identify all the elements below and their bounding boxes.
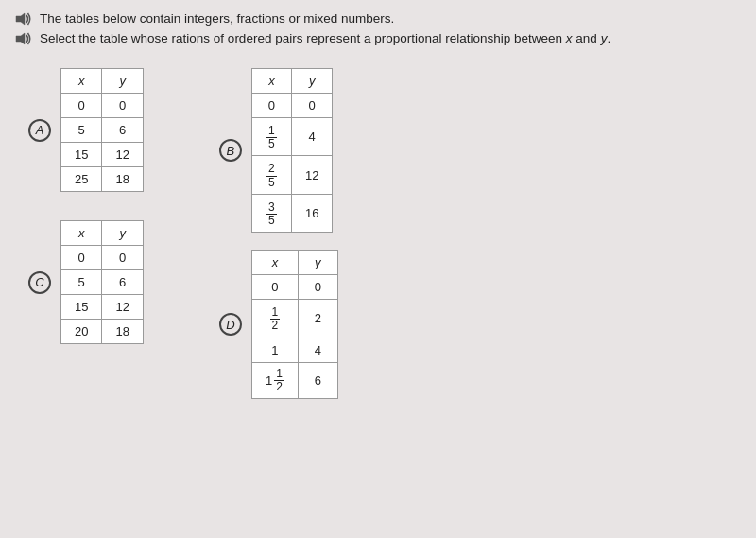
table-b-header-y: y	[291, 69, 332, 94]
cell: 12	[102, 143, 143, 167]
table-a-header-x: x	[61, 69, 102, 94]
cell: 1 1 2	[251, 362, 298, 398]
left-tables: A x y 0 0 5 6	[28, 68, 144, 399]
svg-marker-1	[16, 33, 25, 44]
instruction-line-1: The tables below contain integers, fract…	[15, 11, 741, 26]
table-row: 5 6	[61, 118, 144, 143]
cell: 6	[102, 118, 143, 143]
table-c: x y 0 0 5 6 15 12	[60, 220, 144, 344]
table-d-header-y: y	[298, 251, 337, 275]
table-d-header-x: x	[251, 251, 298, 275]
cell: 0	[102, 246, 143, 270]
svg-marker-0	[16, 13, 25, 25]
label-a: A	[28, 119, 51, 142]
table-a-header-y: y	[102, 69, 143, 94]
cell: 0	[61, 246, 102, 270]
table-b-header-x: x	[251, 69, 291, 94]
tables-area: A x y 0 0 5 6	[0, 59, 756, 408]
cell: 15	[61, 143, 102, 167]
table-row: 1 1 2 6	[251, 362, 337, 398]
fraction-1-2: 1 2	[270, 306, 281, 332]
speaker-icon-1	[15, 12, 32, 26]
cell: 4	[298, 338, 337, 362]
cell: 0	[291, 94, 332, 118]
cell: 0	[251, 275, 298, 300]
table-row: 1 4	[251, 338, 337, 362]
cell: 6	[298, 362, 337, 398]
cell: 18	[102, 167, 143, 192]
instruction-text-2: Select the table whose rations of ordere…	[40, 31, 610, 45]
instructions-area: The tables below contain integers, fract…	[0, 0, 756, 59]
cell: 15	[61, 295, 102, 320]
table-row: 0 0	[251, 94, 332, 118]
label-b: B	[219, 139, 242, 162]
table-row: 0 0	[61, 94, 144, 118]
cell: 2 5	[251, 156, 291, 194]
table-row: 15 12	[61, 295, 144, 320]
cell: 2	[298, 300, 337, 338]
table-row: 20 18	[61, 320, 144, 344]
cell: 12	[102, 295, 143, 320]
table-row: 5 6	[61, 270, 144, 295]
table-row: 25 18	[61, 167, 144, 192]
cell: 4	[291, 118, 332, 156]
label-d: D	[219, 313, 242, 336]
cell: 1	[251, 338, 298, 362]
fraction-2-5: 2 5	[266, 163, 277, 188]
cell: 0	[102, 94, 143, 118]
table-c-wrapper: C x y 0 0 5 6	[28, 220, 144, 344]
instruction-text-1: The tables below contain integers, fract…	[40, 11, 394, 26]
table-c-header-x: x	[61, 221, 102, 246]
cell: 5	[61, 270, 102, 295]
cell: 1 2	[251, 300, 298, 338]
fraction-3-5: 3 5	[266, 201, 277, 227]
mixed-number-1-1-2: 1 1 2	[266, 368, 284, 393]
right-tables: B x y 0 0 1	[219, 68, 338, 399]
cell: 5	[61, 118, 102, 143]
table-d-wrapper: D x y 0 0 1	[219, 250, 338, 399]
table-row: 0 0	[61, 246, 144, 270]
cell: 0	[251, 94, 291, 118]
table-a: x y 0 0 5 6 15 12	[60, 68, 144, 192]
cell: 1 5	[251, 118, 291, 156]
fraction-1-5: 1 5	[266, 125, 277, 150]
cell: 12	[291, 156, 332, 194]
table-b: x y 0 0 1 5	[251, 68, 333, 233]
table-d: x y 0 0 1 2	[251, 250, 338, 399]
table-row: 1 2 2	[251, 300, 337, 338]
cell: 18	[102, 320, 143, 344]
table-b-wrapper: B x y 0 0 1	[219, 68, 338, 233]
table-row: 3 5 16	[251, 194, 332, 232]
table-row: 2 5 12	[251, 156, 332, 194]
cell: 16	[291, 194, 332, 232]
table-a-wrapper: A x y 0 0 5 6	[28, 68, 144, 192]
table-row: 0 0	[251, 275, 337, 300]
instruction-line-2: Select the table whose rations of ordere…	[15, 31, 741, 45]
cell: 6	[102, 270, 143, 295]
table-row: 1 5 4	[251, 118, 332, 156]
cell: 0	[61, 94, 102, 118]
cell: 20	[61, 320, 102, 344]
cell: 0	[298, 275, 337, 300]
label-c: C	[28, 271, 51, 294]
speaker-icon-2	[15, 32, 32, 45]
table-c-header-y: y	[102, 221, 143, 246]
cell: 3 5	[251, 194, 291, 232]
cell: 25	[61, 167, 102, 192]
table-row: 15 12	[61, 143, 144, 167]
